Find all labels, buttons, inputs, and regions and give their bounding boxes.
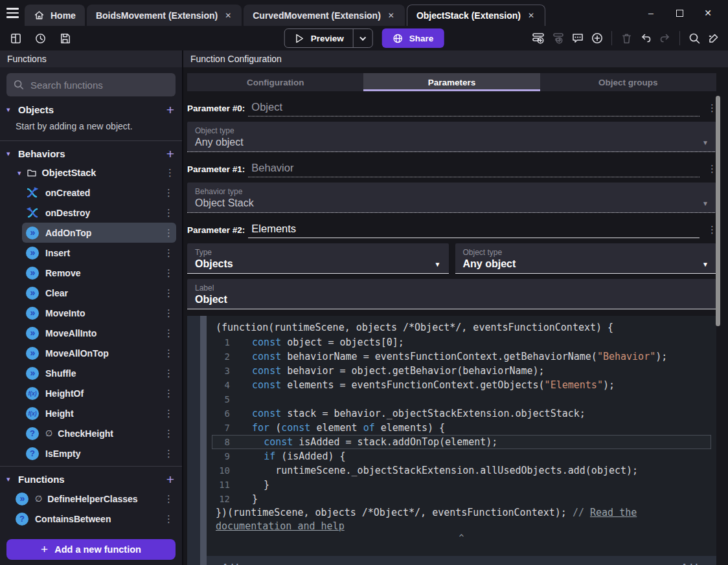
code-text: const isAdded = stack.addOnTop(element); [240, 435, 711, 449]
item-menu-icon[interactable]: ⋮ [164, 513, 173, 525]
globe-icon [392, 33, 404, 44]
item-menu-icon[interactable]: ⋮ [164, 428, 173, 439]
chevron-down-icon[interactable]: ▾ [6, 105, 16, 114]
undo-icon[interactable] [637, 29, 655, 47]
object-type-select[interactable]: Object typeAny object▼ [455, 243, 717, 274]
function-item-oncreated[interactable]: onCreated⋮ [22, 183, 176, 203]
code-line-4: 4 const elements = eventsFunctionContext… [212, 378, 711, 392]
item-menu-icon[interactable]: ⋮ [164, 267, 173, 279]
function-item-moveallontop[interactable]: »MoveAllOnTop⋮ [22, 343, 176, 363]
function-item-heightof[interactable]: f(x)HeightOf⋮ [22, 383, 176, 403]
code-line-11: 11 } [212, 478, 711, 492]
add-functions-icon[interactable]: + [166, 472, 174, 486]
item-menu-icon[interactable]: ⋮ [164, 448, 173, 460]
behavior-folder-objectstack[interactable]: ▾ObjectStack⋮ [0, 163, 182, 183]
item-menu-icon[interactable]: ⋮ [164, 368, 173, 379]
function-item-label: Insert [45, 248, 157, 258]
object-type-select[interactable]: Object typeAny object▼ [187, 122, 716, 152]
search-input[interactable] [30, 80, 169, 91]
tab-configuration[interactable]: Configuration [187, 73, 363, 91]
preview-button[interactable]: Preview [285, 33, 353, 44]
line-number: 7 [212, 421, 240, 435]
close-icon[interactable]: ✕ [527, 10, 536, 21]
item-menu-icon[interactable]: ⋮ [164, 247, 173, 259]
preview-dropdown-button[interactable] [353, 29, 372, 47]
minimize-button[interactable]: – [641, 4, 661, 22]
add-comment-icon[interactable] [569, 29, 587, 47]
history-icon[interactable] [31, 29, 49, 47]
parameter-menu-icon[interactable]: ⋮ [707, 224, 716, 238]
tab-boidsmovement-extension[interactable]: BoidsMovement (Extension)✕ [87, 5, 242, 26]
code-text: } [240, 492, 711, 506]
add-hint-left[interactable]: Add... [222, 562, 245, 565]
item-menu-icon[interactable]: ⋮ [164, 493, 173, 505]
chevron-down-icon[interactable]: ▾ [17, 169, 21, 177]
vertical-scrollbar[interactable] [716, 96, 720, 326]
function-item-addontop[interactable]: »AddOnTop⋮ [22, 223, 176, 243]
function-item-insert[interactable]: »Insert⋮ [22, 243, 176, 263]
field-value-row: Object Stack▼ [195, 197, 709, 209]
close-icon[interactable]: ✕ [223, 10, 233, 21]
dropdown-arrow-icon: ▼ [435, 261, 441, 268]
item-menu-icon[interactable]: ⋮ [164, 388, 173, 399]
parameter-menu-icon[interactable]: ⋮ [707, 163, 716, 177]
item-menu-icon[interactable]: ⋮ [164, 307, 173, 319]
function-item-height[interactable]: f(x)Height⋮ [22, 403, 176, 423]
add-event-icon[interactable] [530, 29, 548, 47]
function-item-moveinto[interactable]: »MoveInto⋮ [22, 303, 176, 323]
add-function-button[interactable]: + Add a new function [6, 539, 176, 560]
add-behaviors-icon[interactable]: + [166, 147, 174, 161]
tab-home[interactable]: Home [25, 5, 85, 26]
section-label: Functions [18, 474, 166, 485]
collapse-handle-icon[interactable]: ^ [212, 533, 711, 545]
chevron-down-icon[interactable]: ▾ [6, 150, 16, 158]
parameter-menu-icon[interactable]: ⋮ [707, 102, 716, 116]
parameter-name-field[interactable]: Object [248, 101, 700, 116]
javascript-code-editor[interactable]: (function(runtimeScene, objects /*Object… [207, 316, 716, 556]
close-button[interactable]: ✕ [698, 4, 718, 22]
parameter-name-field[interactable]: Behavior [248, 162, 700, 177]
function-item-moveallinto[interactable]: »MoveAllInto⋮ [22, 323, 176, 343]
behavior-type-select[interactable]: Behavior typeObject Stack▼ [187, 183, 716, 213]
item-menu-icon[interactable]: ⋮ [165, 167, 174, 179]
item-menu-icon[interactable]: ⋮ [164, 408, 173, 419]
dropdown-arrow-icon: ▼ [702, 261, 709, 268]
tab-objectstack-extension[interactable]: ObjectStack (Extension)✕ [407, 5, 545, 26]
item-menu-icon[interactable]: ⋮ [164, 327, 173, 339]
project-manager-icon[interactable] [6, 29, 25, 47]
item-menu-icon[interactable]: ⋮ [164, 207, 173, 219]
add-hint-right[interactable]: Add... [681, 562, 705, 565]
close-icon[interactable]: ✕ [387, 10, 396, 21]
parameter-name-field[interactable]: Elements [248, 223, 700, 238]
item-menu-icon[interactable]: ⋮ [164, 348, 173, 359]
function-item-containsbetween[interactable]: ?ContainsBetween⋮ [12, 509, 176, 529]
label-select[interactable]: LabelObject [187, 279, 716, 309]
item-menu-icon[interactable]: ⋮ [164, 287, 173, 299]
item-menu-icon[interactable]: ⋮ [164, 187, 173, 199]
tab-object-groups[interactable]: Object groups [540, 73, 716, 91]
function-item-definehelperclasses[interactable]: »∅DefineHelperClasses⋮ [12, 489, 176, 509]
tab-curvedmovement-extension[interactable]: CurvedMovement (Extension)✕ [244, 5, 405, 26]
edit-events-icon[interactable] [705, 29, 723, 47]
function-item-shuffle[interactable]: »Shuffle⋮ [22, 363, 176, 383]
maximize-button[interactable] [670, 4, 689, 22]
event-drag-handle[interactable] [200, 316, 207, 565]
add-function-label: Add a new function [54, 544, 141, 555]
tab-parameters[interactable]: Parameters [363, 73, 540, 91]
item-menu-icon[interactable]: ⋮ [164, 227, 173, 239]
search-icon[interactable] [685, 29, 703, 47]
save-icon[interactable] [56, 29, 74, 47]
main-menu-icon[interactable] [0, 0, 25, 26]
parameters-list: Parameter #0:Object⋮Object typeAny objec… [183, 91, 728, 309]
field-label: Label [195, 283, 709, 293]
function-item-ondestroy[interactable]: onDestroy⋮ [22, 203, 176, 223]
function-item-checkheight[interactable]: ?∅CheckHeight⋮ [22, 423, 176, 443]
share-button[interactable]: Share [382, 28, 444, 48]
add-objects-icon[interactable]: + [166, 103, 174, 116]
function-item-remove[interactable]: »Remove⋮ [22, 263, 176, 283]
function-item-isempty[interactable]: ?IsEmpty⋮ [22, 443, 176, 463]
chevron-down-icon[interactable]: ▾ [6, 475, 16, 483]
function-item-clear[interactable]: »Clear⋮ [22, 283, 176, 303]
type-select[interactable]: TypeObjects▼ [187, 243, 449, 274]
add-other-event-icon[interactable] [588, 29, 606, 47]
